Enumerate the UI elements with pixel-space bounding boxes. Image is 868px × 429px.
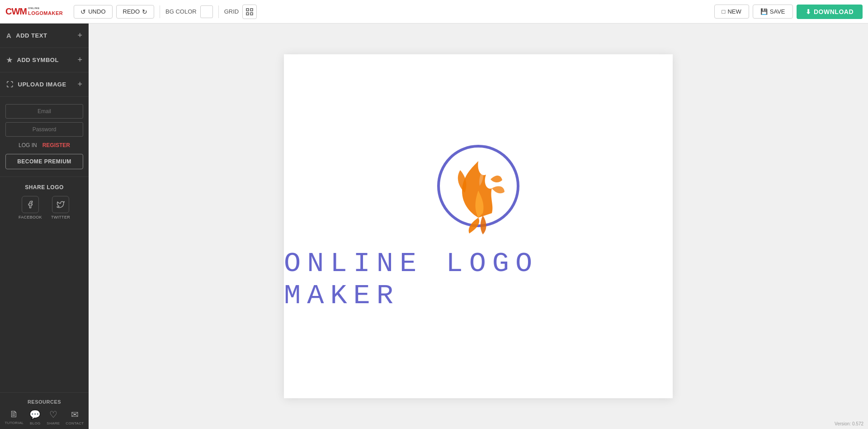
grid-label: GRID [224, 8, 239, 15]
canvas-logo-text: ONLINE LOGO MAKER [284, 248, 673, 312]
password-input[interactable] [5, 122, 83, 137]
undo-button[interactable]: ↺ UNDO [74, 5, 112, 19]
redo-label: REDO [123, 8, 140, 15]
toolbar-right: □ NEW 💾 SAVE ⬇ DOWNLOAD [714, 5, 863, 19]
facebook-label: FACEBOOK [19, 215, 42, 219]
redo-icon: ↻ [142, 8, 147, 15]
download-button[interactable]: ⬇ DOWNLOAD [797, 5, 863, 19]
share-item[interactable]: ♡ SHARE [47, 409, 60, 425]
email-input[interactable] [5, 104, 83, 119]
share-icons: FACEBOOK TWITTER [5, 196, 83, 219]
logo-icon-svg [429, 141, 528, 240]
main-layout: A ADD TEXT + ★ ADD SYMBOL + ⛶ UPLOAD IMA… [0, 24, 868, 429]
share-section: SHARE LOGO FACEBOOK TWITTER [0, 176, 89, 227]
version-text: Version: 0.572 [835, 421, 863, 426]
add-text-plus-icon: + [77, 31, 82, 40]
auth-links: LOG IN REGISTER [5, 142, 83, 148]
share-label: SHARE [47, 421, 60, 425]
svg-rect-1 [250, 9, 253, 11]
sidebar: A ADD TEXT + ★ ADD SYMBOL + ⛶ UPLOAD IMA… [0, 24, 89, 429]
sidebar-item-add-symbol[interactable]: ★ ADD SYMBOL + [0, 48, 89, 72]
canvas-area[interactable]: ONLINE LOGO MAKER Version: 0.572 [89, 24, 868, 429]
share-title: SHARE LOGO [5, 184, 83, 191]
upload-image-left: ⛶ UPLOAD IMAGE [6, 81, 66, 88]
login-link[interactable]: LOG IN [19, 142, 37, 148]
tutorial-label: TUTORIAL [5, 421, 24, 425]
twitter-icon [52, 196, 69, 213]
sidebar-item-add-text[interactable]: A ADD TEXT + [0, 24, 89, 48]
separator-1 [160, 5, 160, 18]
resources-title: RESOURCES [0, 399, 89, 405]
blog-label: BLOG [30, 421, 40, 425]
contact-label: CONTACT [66, 421, 84, 425]
add-text-left: A ADD TEXT [6, 32, 47, 39]
text-icon: A [6, 32, 11, 39]
register-link[interactable]: REGISTER [42, 142, 70, 148]
facebook-icon [22, 196, 39, 213]
grid-button[interactable] [242, 5, 257, 19]
resources-section: RESOURCES 🗎 TUTORIAL 💬 BLOG ♡ SHARE ✉ CO… [0, 392, 89, 429]
share-heart-icon: ♡ [49, 409, 57, 420]
image-icon: ⛶ [6, 81, 14, 88]
svg-rect-3 [250, 13, 253, 15]
bg-color-swatch[interactable] [200, 5, 213, 18]
blog-item[interactable]: 💬 BLOG [29, 409, 41, 425]
new-icon: □ [722, 8, 726, 15]
logo-cwm: CWM [5, 6, 27, 17]
toolbar: CWM ONLINE LOGOMAKER ↺ UNDO REDO ↻ BG CO… [0, 0, 868, 24]
sidebar-item-upload-image[interactable]: ⛶ UPLOAD IMAGE + [0, 72, 89, 97]
add-symbol-plus-icon: + [77, 55, 82, 65]
logo-canvas-wrapper: ONLINE LOGO MAKER [284, 141, 673, 312]
add-symbol-label: ADD SYMBOL [17, 57, 59, 63]
separator-2 [218, 5, 219, 18]
logo-subtitle: ONLINE LOGOMAKER [28, 7, 63, 16]
save-button[interactable]: 💾 SAVE [753, 5, 793, 19]
upload-image-plus-icon: + [77, 80, 82, 89]
auth-section: LOG IN REGISTER BECOME PREMIUM [0, 97, 89, 176]
facebook-share[interactable]: FACEBOOK [19, 196, 42, 219]
contact-item[interactable]: ✉ CONTACT [66, 409, 84, 425]
premium-button[interactable]: BECOME PREMIUM [5, 154, 83, 169]
undo-icon: ↺ [80, 8, 86, 15]
new-button[interactable]: □ NEW [714, 5, 749, 19]
upload-image-label: UPLOAD IMAGE [18, 81, 66, 88]
download-label: DOWNLOAD [814, 8, 854, 15]
tutorial-icon: 🗎 [9, 409, 19, 419]
resources-icons: 🗎 TUTORIAL 💬 BLOG ♡ SHARE ✉ CONTACT [0, 409, 89, 425]
app-logo[interactable]: CWM ONLINE LOGOMAKER [5, 6, 63, 17]
bg-color-label: BG COLOR [165, 8, 197, 15]
symbol-icon: ★ [6, 56, 13, 64]
save-icon: 💾 [760, 8, 768, 15]
twitter-share[interactable]: TWITTER [51, 196, 70, 219]
download-icon: ⬇ [806, 8, 811, 15]
add-symbol-left: ★ ADD SYMBOL [6, 56, 59, 64]
add-text-label: ADD TEXT [16, 32, 47, 39]
tutorial-item[interactable]: 🗎 TUTORIAL [5, 409, 24, 425]
blog-icon: 💬 [29, 409, 41, 420]
twitter-label: TWITTER [51, 215, 70, 219]
svg-rect-2 [246, 13, 249, 15]
contact-icon: ✉ [71, 409, 79, 420]
grid-icon [246, 8, 253, 15]
undo-label: UNDO [88, 8, 105, 15]
redo-button[interactable]: REDO ↻ [116, 5, 155, 19]
canvas-bg[interactable]: ONLINE LOGO MAKER [284, 54, 673, 398]
svg-rect-0 [246, 9, 249, 11]
new-label: NEW [727, 8, 741, 15]
save-label: SAVE [770, 8, 785, 15]
